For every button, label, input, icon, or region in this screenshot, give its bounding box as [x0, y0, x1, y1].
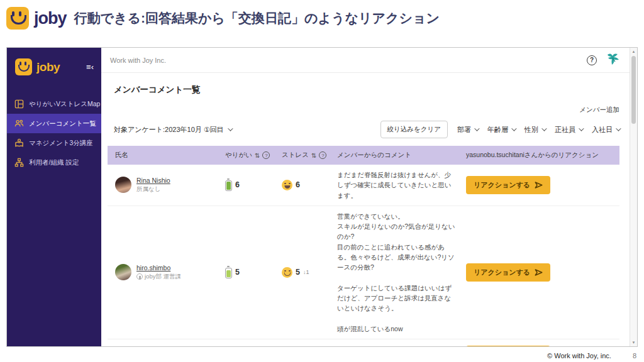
reaction-button[interactable]: リアクションする	[466, 346, 550, 346]
reaction-button[interactable]: リアクションする	[466, 176, 550, 194]
meta-row: メンバー追加	[108, 106, 619, 114]
sidebar-item-yarigai-stress-map[interactable]: やりがいVストレスMap	[7, 94, 101, 114]
chevron-down-icon	[616, 126, 621, 131]
stress-emoji-icon	[282, 267, 292, 278]
sidebar-collapse-icon[interactable]: ≡‹	[86, 63, 94, 71]
app-screenshot-frame: joby ≡‹ やりがいVストレスMap メンバーコメント一覧 マネジメント3	[6, 47, 638, 347]
add-member-link[interactable]: メンバー追加	[579, 106, 619, 114]
member-row: Rina Nishio 所属なし 6 6 まだまだ脊髄反射は抜けませんが、少しず…	[108, 165, 619, 206]
sidebar-logo: joby ≡‹	[7, 48, 101, 94]
joby-logo-icon	[15, 58, 32, 75]
col-comment: メンバーからのコメント	[337, 151, 466, 160]
scrollbar-thumb[interactable]	[631, 56, 636, 124]
scrollbar[interactable]: ▲ ▼	[630, 48, 637, 346]
sort-icon[interactable]: ⇅	[311, 152, 316, 159]
battery-icon	[225, 268, 232, 278]
map-grid-icon	[14, 99, 24, 109]
survey-select-label: 対象アンケート:2023年10月 ①回目	[114, 125, 224, 134]
col-stress-label: ストレス	[282, 151, 309, 160]
sidebar-item-management-course[interactable]: マネジメント3分講座	[7, 133, 101, 153]
clear-filters-button[interactable]: 絞り込みをクリア	[380, 121, 448, 138]
slide-title: 行動できる:回答結果から「交換日記」のようなリアクション	[74, 9, 440, 27]
topbar-actions: ?	[587, 52, 621, 69]
affiliation-label: joby部 運営課	[145, 273, 181, 281]
avatar	[115, 264, 131, 280]
send-icon	[535, 268, 543, 277]
col-motivation-label: やりがい	[225, 151, 252, 160]
filter-age-group[interactable]: 年齢層	[487, 125, 515, 134]
filter-department[interactable]: 部署	[457, 125, 478, 134]
motivation-value: 6	[235, 180, 240, 189]
chevron-down-icon	[228, 126, 233, 131]
page-number: 8	[633, 352, 636, 359]
member-comment: まだまだ脊髄反射は抜けませんが、少しずつ確実に成長していきたいと思います。	[337, 170, 466, 200]
help-icon[interactable]: ?	[587, 55, 597, 65]
stress-cell: 6	[282, 180, 337, 190]
joby-bird-icon	[606, 52, 621, 69]
main-area: Work with Joy Inc. ? メンバーコメント一覧 メンバー追加 対…	[101, 48, 630, 346]
sort-icon[interactable]: ⇅	[255, 152, 260, 159]
copyright: © Work with Joy, inc.	[547, 352, 611, 359]
help-icon[interactable]: ?	[262, 151, 270, 159]
scroll-down-icon[interactable]: ▼	[630, 341, 637, 344]
filter-label: 正社員	[555, 125, 575, 134]
sidebar-item-label: 利用者/組織 設定	[29, 158, 79, 167]
col-reaction: yasunobu.tsuchitaniさんからのリアクション	[466, 151, 619, 160]
filter-gender[interactable]: 性別	[525, 125, 545, 134]
filter-label: 年齢層	[487, 125, 508, 134]
sidebar-item-label: マネジメント3分講座	[29, 139, 93, 148]
member-name-link[interactable]: Rina Nishio	[136, 177, 170, 184]
avatar	[115, 177, 131, 193]
stress-emoji-icon	[282, 180, 292, 190]
member-affiliation: 所属なし	[136, 185, 170, 194]
app-topbar: Work with Joy Inc. ?	[101, 48, 630, 73]
stress-value: 6	[296, 180, 300, 189]
page-title: メンバーコメント一覧	[114, 84, 619, 96]
filter-employment[interactable]: 正社員	[555, 125, 582, 134]
slide: joby 行動できる:回答結果から「交換日記」のようなリアクション joby ≡…	[0, 0, 644, 362]
joby-logo-icon	[6, 7, 29, 30]
filter-label: 性別	[525, 125, 538, 134]
member-affiliation: joby部 運営課	[136, 273, 181, 281]
sidebar-item-user-org-settings[interactable]: 利用者/組織 設定	[7, 153, 101, 172]
scroll-up-icon[interactable]: ▲	[630, 50, 637, 53]
slide-footer: © Work with Joy, inc. 8	[547, 352, 636, 359]
member-name-link[interactable]: hiro.shimbo	[136, 264, 181, 272]
filter-label: 入社日	[592, 125, 613, 134]
slide-header: joby 行動できる:回答結果から「交換日記」のようなリアクション	[6, 4, 440, 32]
affiliation-label: 所属なし	[136, 185, 160, 194]
org-icon	[136, 273, 143, 280]
name-cell: Rina Nishio 所属なし	[115, 177, 225, 194]
sidebar: joby ≡‹ やりがいVストレスMap メンバーコメント一覧 マネジメント3	[7, 48, 101, 346]
col-motivation: やりがい ⇅ ?	[225, 151, 282, 160]
member-row: hiro.shimbo joby部 運営課 5 5 ↓1 営業ができていない。 …	[108, 206, 619, 339]
reaction-cell: リアクションする	[466, 176, 619, 194]
sidebar-item-label: メンバーコメント一覧	[29, 119, 96, 128]
reaction-button[interactable]: リアクションする	[466, 263, 550, 282]
joby-wordmark: joby	[34, 9, 67, 28]
reaction-button-label: リアクションする	[474, 268, 530, 277]
reaction-cell: リアクションする	[466, 263, 619, 282]
filter-row: 対象アンケート:2023年10月 ①回目 絞り込みをクリア 部署 年齢層 性	[108, 121, 619, 138]
chevron-down-icon	[541, 126, 547, 131]
send-icon	[535, 181, 543, 189]
filter-join-date[interactable]: 入社日	[592, 125, 619, 134]
survey-select[interactable]: 対象アンケート:2023年10月 ①回目	[114, 125, 231, 134]
sidebar-item-member-comments[interactable]: メンバーコメント一覧	[7, 114, 101, 133]
chevron-down-icon	[579, 126, 584, 131]
help-icon[interactable]: ?	[319, 151, 326, 159]
member-comment: 営業ができていない。 スキルが足りないのか?気合が足りないのか? 目の前のことに…	[337, 211, 466, 334]
reaction-button-label: リアクションする	[474, 180, 530, 190]
sidebar-item-label: やりがいVストレスMap	[29, 100, 100, 109]
members-icon	[14, 119, 24, 128]
battery-icon	[225, 180, 232, 191]
member-row: yasunobu.tsuchitani Professional Work部・ヘ…	[108, 339, 619, 346]
col-name: 氏名	[115, 151, 225, 160]
col-stress: ストレス ⇅ ?	[282, 151, 337, 160]
company-name: Work with Joy Inc.	[110, 57, 166, 64]
course-book-icon	[14, 138, 24, 148]
table-header: 氏名 やりがい ⇅ ? ストレス ⇅ ? メンバーからのコメント yasunob…	[108, 146, 619, 165]
motivation-cell: 6	[225, 179, 282, 191]
motivation-cell: 5	[225, 266, 282, 278]
org-chart-icon	[14, 158, 24, 167]
